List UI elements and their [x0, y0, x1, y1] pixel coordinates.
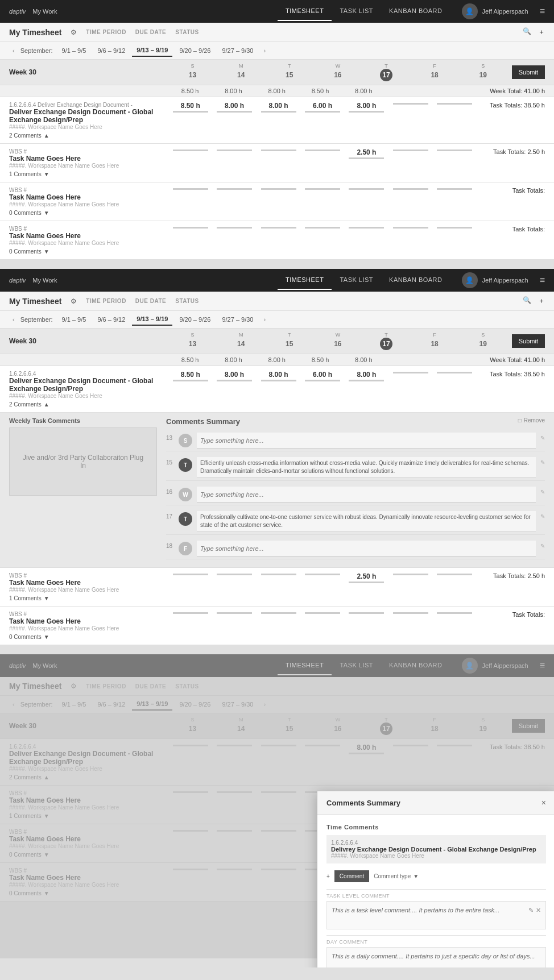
- remove-btn[interactable]: □ Remove: [518, 417, 545, 423]
- nav-tasklist-1[interactable]: TASK LIST: [332, 2, 381, 21]
- add-icon-1[interactable]: ＋: [538, 27, 545, 37]
- add-icon-2[interactable]: ＋: [538, 296, 545, 306]
- cs-input-16[interactable]: [197, 487, 536, 503]
- task-hour-6[interactable]: [433, 102, 477, 113]
- task-hour-2[interactable]: 8.00 h: [257, 102, 300, 113]
- search-icon-2[interactable]: 🔍: [523, 296, 531, 306]
- nav-timesheet-1[interactable]: TIMESHEET: [278, 2, 332, 21]
- task-comments-link-1-3[interactable]: 0 Comments ▼: [9, 248, 168, 255]
- task-row-1-0: 1.6.2.6.6.4 Deliver Exchange Design Docu…: [0, 97, 554, 144]
- edit-pencil-icon[interactable]: ✎: [528, 906, 534, 915]
- cs-input-18[interactable]: [197, 541, 536, 557]
- day-level-text-area[interactable]: This is a daily comment.... It pertains …: [326, 947, 546, 967]
- date-range-3-2[interactable]: 9/20 – 9/26: [175, 314, 215, 325]
- cs-day-row-15: 15 T Efficiently unleash cross-media inf…: [166, 455, 545, 481]
- nav-tasklist-2[interactable]: TASK LIST: [332, 271, 381, 290]
- modal-close-btn[interactable]: ×: [541, 798, 546, 807]
- task-workspace-2-main: #####. Workspace Name Goes Here: [9, 393, 168, 399]
- comment-tabs: + Comment Comment type ▼: [326, 870, 546, 882]
- search-icon-1[interactable]: 🔍: [523, 27, 531, 37]
- task-hour-3[interactable]: 6.00 h: [300, 102, 344, 113]
- task-hour-1[interactable]: 8.00 h: [212, 102, 256, 113]
- next-arrow-1[interactable]: ›: [261, 46, 270, 55]
- task-totals-1-3: Task Totals:: [477, 226, 545, 232]
- weekly-task-comments: Weekly Task Comments Jive and/or 3rd Par…: [9, 417, 157, 563]
- edit-icon-18[interactable]: ✎: [540, 543, 545, 549]
- hamburger-menu-2[interactable]: ≡: [540, 275, 545, 285]
- week-row-1: Week 30 S13 M14 T15 W16 T17 F18 S19 Subm…: [0, 60, 554, 85]
- task-hours-1-3: [168, 226, 477, 229]
- date-range-2-2[interactable]: 9/13 – 9/19: [132, 313, 172, 326]
- gear-icon-2[interactable]: ⚙: [71, 297, 77, 305]
- month-label-2: September:: [20, 316, 53, 323]
- task-comments-link-2-1[interactable]: 1 Comments ▼: [9, 595, 168, 601]
- nav-kanban-2[interactable]: KANBAN BOARD: [381, 271, 450, 290]
- cs-day-row-18: 18 F ✎: [166, 538, 545, 559]
- task-ref-box: 1.6.2.6.6.4 Delivrey Exchange Design Doc…: [326, 835, 546, 863]
- ts-title-1: My Timesheet: [9, 28, 61, 37]
- modal-header: Comments Summary ×: [317, 791, 554, 815]
- task-name-2-1: Task Name Goes Here: [9, 579, 168, 587]
- cs-day-row-16: 16 W ✎: [166, 484, 545, 505]
- day-level-text: This is a daily comment.... It pertains …: [332, 952, 541, 961]
- day-cell-19: S19: [459, 63, 507, 81]
- delete-x-icon[interactable]: ✕: [536, 906, 541, 915]
- prev-arrow-2[interactable]: ‹: [9, 315, 18, 324]
- task-ref-id: 1.6.2.6.6.4: [331, 840, 541, 846]
- edit-icon-13[interactable]: ✎: [540, 435, 545, 441]
- day-headers-2: S13 M14 T15 W16 T17 F18 S19: [168, 332, 507, 350]
- day-badge-18: F: [179, 542, 192, 555]
- hamburger-menu-1[interactable]: ≡: [540, 6, 545, 16]
- task-hour-4[interactable]: 8.00 h: [345, 102, 388, 113]
- day-cell-15: T15: [265, 63, 313, 81]
- next-arrow-2[interactable]: ›: [261, 315, 270, 324]
- date-range-1-1[interactable]: 9/6 – 9/12: [93, 45, 130, 56]
- task-info-1-0: 1.6.2.6.6.4 Deliver Exchange Design Docu…: [9, 102, 168, 139]
- ts-title-2: My Timesheet: [9, 297, 61, 306]
- task-comments-link-2-main[interactable]: 2 Comments ▲: [9, 401, 168, 408]
- date-range-4-2[interactable]: 9/27 – 9/30: [217, 314, 258, 325]
- submit-btn-1[interactable]: Submit: [512, 65, 545, 79]
- comments-expanded-section: Weekly Task Comments Jive and/or 3rd Par…: [0, 413, 554, 568]
- task-totals-1-1: Task Totals: 2.50 h: [477, 148, 545, 155]
- date-range-0-2[interactable]: 9/1 – 9/5: [57, 314, 91, 325]
- task-name-1-3: Task Name Goes Here: [9, 232, 168, 240]
- task-comments-link-1-0[interactable]: 2 Comments ▲: [9, 132, 168, 139]
- task-comments-link-2-2[interactable]: 0 Comments ▼: [9, 634, 168, 640]
- day-cell-2-16: W16: [313, 332, 362, 350]
- gear-icon-1[interactable]: ⚙: [71, 28, 77, 36]
- task-comments-link-1-1[interactable]: 1 Comments ▼: [9, 171, 168, 177]
- task-workspace-1-3: #####. Workspace Name Name Goes Here: [9, 240, 168, 246]
- date-range-3-1[interactable]: 9/20 – 9/26: [175, 45, 215, 56]
- user-name-2: Jeff Aipperspach: [482, 277, 528, 284]
- cs-text-15[interactable]: Efficiently unleash cross-media informat…: [197, 457, 536, 478]
- prev-arrow-1[interactable]: ‹: [9, 46, 18, 55]
- nav-timesheet-2[interactable]: TIMESHEET: [278, 271, 332, 290]
- date-range-4-1[interactable]: 9/27 – 9/30: [217, 45, 258, 56]
- date-range-0-1[interactable]: 9/1 – 9/5: [57, 45, 91, 56]
- task-info-1-3: WBS # Task Name Goes Here #####. Workspa…: [9, 226, 168, 255]
- task-hour-0[interactable]: 8.50 h: [168, 102, 212, 113]
- task-level-label: TASK LEVEL COMMENT: [326, 889, 546, 899]
- date-range-1-2[interactable]: 9/6 – 9/12: [93, 314, 130, 325]
- cs-input-13[interactable]: [197, 433, 536, 449]
- day-cell-14: M14: [217, 63, 265, 81]
- task-comments-link-1-2[interactable]: 0 Comments ▼: [9, 210, 168, 216]
- comment-type-btn[interactable]: Comment type ▼: [374, 873, 419, 879]
- comment-tab-btn[interactable]: Comment: [334, 870, 369, 882]
- task-row-2-main: 1.6.2.6.6.4 Deliver Exchange Design Docu…: [0, 366, 554, 413]
- task-info-2-main: 1.6.2.6.6.4 Deliver Exchange Design Docu…: [9, 371, 168, 408]
- nav-kanban-1[interactable]: KANBAN BOARD: [381, 2, 450, 21]
- edit-icon-15[interactable]: ✎: [540, 459, 545, 466]
- edit-icon-16[interactable]: ✎: [540, 489, 545, 495]
- task-hour-5[interactable]: [388, 102, 432, 113]
- remove-label: Remove: [524, 417, 545, 423]
- edit-icon-17[interactable]: ✎: [540, 513, 545, 520]
- task-id-1-0: 1.6.2.6.6.4 Deliver Exchange Design Docu…: [9, 102, 168, 108]
- day-cell-2-13: S13: [168, 332, 217, 350]
- date-range-2-1[interactable]: 9/13 – 9/19: [132, 44, 172, 57]
- user-name-1: Jeff Aipperspach: [482, 8, 528, 15]
- submit-btn-2[interactable]: Submit: [512, 334, 545, 348]
- task-level-text-area[interactable]: This is a task level comment.... It pert…: [326, 901, 546, 929]
- cs-text-17[interactable]: Professionally cultivate one-to-one cust…: [197, 511, 536, 532]
